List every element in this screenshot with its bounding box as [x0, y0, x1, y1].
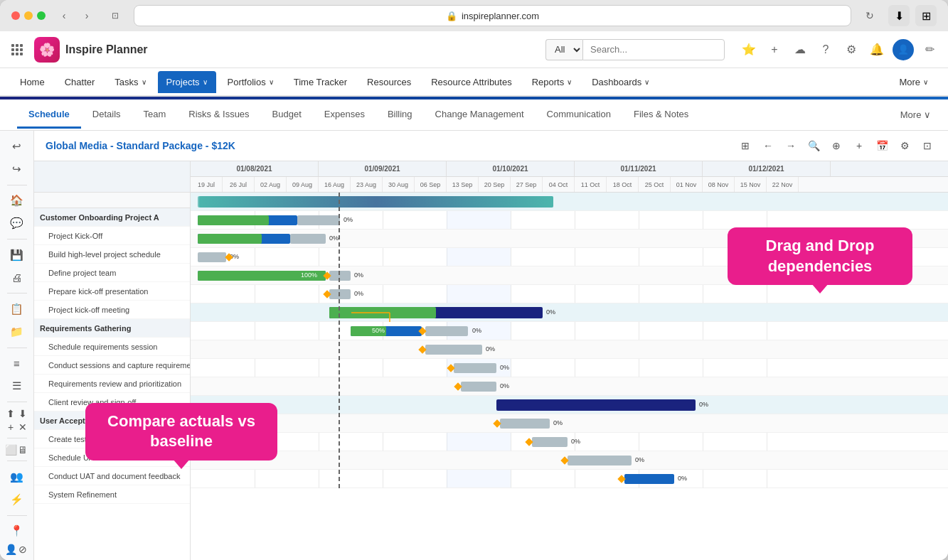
refresh-button[interactable]: ↻ [860, 6, 880, 26]
gantt-next-icon[interactable]: → [782, 136, 800, 155]
nav-reports[interactable]: Reports ∨ [523, 71, 581, 93]
sidebar-list-icon[interactable]: ≡ [6, 354, 28, 374]
task-conduct-uat[interactable]: Conduct UAT and document feedback [34, 467, 190, 485]
nav-chatter[interactable]: Chatter [56, 71, 104, 93]
task-group-requirements[interactable]: Requirements Gathering [34, 319, 190, 338]
task-requirements-review[interactable]: Requirements review and prioritization [34, 375, 190, 393]
sidebar-redo-icon[interactable]: ↪ [6, 159, 28, 179]
sidebar-monitor-icon[interactable]: 🖥 [18, 444, 28, 455]
nav-resource-attributes[interactable]: Resource Attributes [422, 71, 520, 93]
tab-billing[interactable]: Billing [376, 102, 424, 129]
pct-schedule: 0% [329, 235, 339, 242]
bar-kickoff-green [198, 215, 269, 225]
sidebar-people-icon[interactable]: 👥 [6, 467, 28, 487]
sidebar-up-icon[interactable]: ⬆ [6, 408, 16, 419]
sidebar-divider-5 [7, 402, 27, 402]
reader-view-button[interactable]: ⊡ [105, 6, 125, 26]
tab-details[interactable]: Details [81, 102, 132, 129]
task-build-schedule[interactable]: Build high-level project schedule [34, 245, 190, 264]
forward-button[interactable]: › [77, 6, 97, 26]
sidebar-divider-3 [7, 293, 27, 294]
edit-icon[interactable]: ✏ [920, 40, 939, 60]
notifications-icon[interactable]: 🔔 [867, 40, 887, 60]
sidebar-bolt-icon[interactable]: ⚡ [6, 490, 28, 510]
tab-risks-issues[interactable]: Risks & Issues [177, 102, 260, 129]
task-define-team[interactable]: Define project team [34, 264, 190, 282]
date-cell-1: 01/08/2021 [191, 161, 319, 176]
sidebar-pin-icon[interactable]: 📍 [6, 521, 28, 541]
gantt-add-icon[interactable]: + [850, 136, 868, 155]
task-project-kickoff[interactable]: Project Kick-Off [34, 227, 190, 245]
task-system-refinement[interactable]: System Refinement [34, 485, 190, 504]
task-conduct-sessions[interactable]: Conduct sessions and capture requirement… [34, 356, 190, 375]
close-button[interactable] [11, 11, 20, 20]
tab-schedule[interactable]: Schedule [17, 102, 81, 129]
tab-files-notes[interactable]: Files & Notes [622, 102, 700, 129]
sidebar-block-icon[interactable]: ⊘ [18, 544, 28, 554]
split-view-button[interactable]: ⊞ [915, 5, 937, 26]
search-scope-select[interactable]: All [545, 39, 582, 60]
gantt-settings-icon[interactable]: ⚙ [895, 136, 914, 155]
tab-expenses[interactable]: Expenses [313, 102, 376, 129]
gantt-grid-icon[interactable]: ⊞ [736, 136, 755, 155]
week-cell-18: 15 Nov [735, 177, 767, 192]
search-input[interactable] [582, 39, 725, 60]
sidebar-add-remove-icons: + ✕ [6, 421, 28, 432]
sidebar-home-icon[interactable]: 🏠 [6, 190, 28, 210]
sidebar-undo-icon[interactable]: ↩ [6, 136, 28, 156]
pct-conduct-uat: 0% [635, 456, 644, 463]
sidebar-user-icon[interactable]: 👤 [6, 544, 16, 554]
cloud-icon[interactable]: ☁ [790, 40, 810, 60]
nav-projects[interactable]: Projects ∨ [158, 71, 216, 93]
sidebar-save-icon[interactable]: 💾 [6, 245, 28, 265]
nav-dashboards[interactable]: Dashboards ∨ [583, 71, 658, 93]
sidebar-list2-icon[interactable]: ☰ [6, 377, 28, 397]
gantt-week-row: 19 Jul 26 Jul 02 Aug 09 Aug 16 Aug 23 Au… [191, 177, 948, 193]
tabs-more-button[interactable]: More ∨ [900, 109, 931, 120]
nav-resources[interactable]: Resources [358, 71, 420, 93]
week-cell-9: 13 Sep [447, 177, 479, 192]
browser-window: ‹ › ⊡ 🔒 inspireplanner.com ↻ ⬇ ⊞ 🌸 Inspi… [0, 0, 948, 560]
add-icon[interactable]: + [765, 40, 784, 60]
task-prepare-presentation[interactable]: Prepare kick-off presentation [34, 282, 190, 301]
nav-home[interactable]: Home [11, 71, 53, 93]
gantt-calendar-icon[interactable]: 📅 [873, 136, 891, 155]
gantt-zoom-in-icon[interactable]: ⊕ [827, 136, 846, 155]
sidebar-view-icons: ⬜ 🖥 [6, 444, 28, 455]
nav-tasks[interactable]: Tasks ∨ [106, 71, 154, 93]
date-cell-2: 01/09/2021 [319, 161, 447, 176]
download-button[interactable]: ⬇ [888, 5, 910, 26]
tab-change-management[interactable]: Change Management [424, 102, 536, 129]
gantt-zoom-out-icon[interactable]: 🔍 [804, 136, 823, 155]
project-tabs: Schedule Details Team Risks & Issues Bud… [0, 99, 948, 131]
help-icon[interactable]: ? [816, 40, 836, 60]
sidebar-remove-icon[interactable]: ✕ [18, 421, 28, 432]
gantt-prev-icon[interactable]: ← [759, 136, 777, 155]
address-bar[interactable]: 🔒 inspireplanner.com [134, 5, 851, 26]
sidebar-print-icon[interactable]: 🖨 [6, 268, 28, 288]
nav-portfolios[interactable]: Portfolios ∨ [219, 71, 282, 93]
task-group-customer-onboarding[interactable]: Customer Onboarding Project A [34, 208, 190, 227]
pct-uat-sched: 0% [571, 438, 580, 445]
sidebar-folder-icon[interactable]: 📁 [6, 322, 28, 342]
maximize-button[interactable] [37, 11, 46, 20]
favorites-icon[interactable]: ⭐ [739, 40, 759, 60]
tab-team[interactable]: Team [132, 102, 178, 129]
gantt-fullscreen-icon[interactable]: ⊡ [918, 136, 937, 155]
sidebar-table-icon[interactable]: ⬜ [6, 444, 16, 455]
minimize-button[interactable] [24, 11, 33, 20]
sidebar-file-icon[interactable]: 📋 [6, 299, 28, 319]
task-schedule-requirements[interactable]: Schedule requirements session [34, 338, 190, 356]
task-kickoff-meeting[interactable]: Project kick-off meeting [34, 301, 190, 319]
sidebar-add-icon[interactable]: + [6, 421, 16, 432]
tab-budget[interactable]: Budget [261, 102, 313, 129]
sidebar-down-icon[interactable]: ⬇ [18, 408, 28, 419]
app-grid-icon[interactable] [9, 41, 26, 58]
nav-more[interactable]: More ∨ [890, 71, 937, 93]
user-avatar[interactable]: 👤 [893, 39, 914, 60]
settings-icon[interactable]: ⚙ [841, 40, 861, 60]
nav-time-tracker[interactable]: Time Tracker [285, 71, 356, 93]
back-button[interactable]: ‹ [54, 6, 74, 26]
tab-communication[interactable]: Communication [536, 102, 622, 129]
sidebar-chat-icon[interactable]: 💬 [6, 213, 28, 233]
